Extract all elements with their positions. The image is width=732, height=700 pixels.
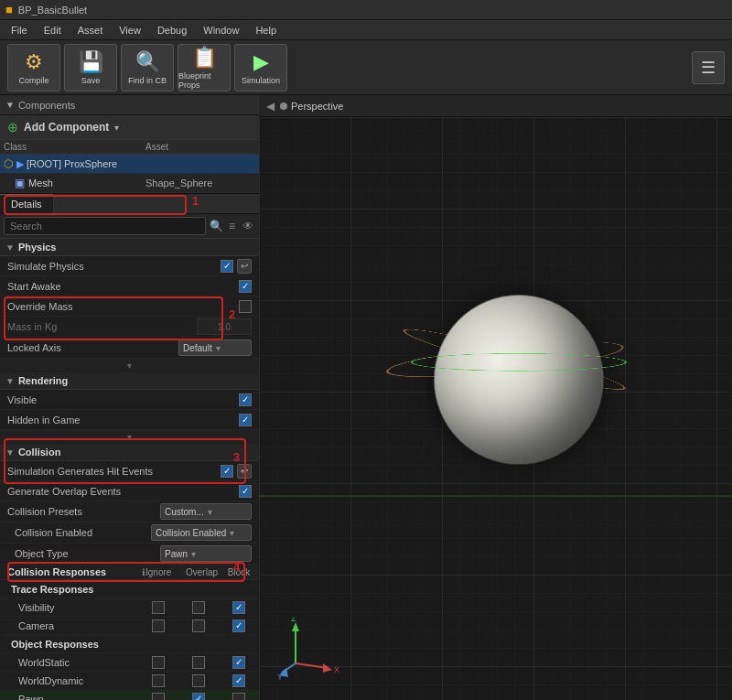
wd-ignore-cb[interactable] <box>145 674 171 687</box>
component-root-row[interactable]: ⬡ ▶ [ROOT] ProxSphere <box>0 155 259 174</box>
block-col-header: Block <box>226 567 252 577</box>
hidden-in-game-checkbox[interactable] <box>239 414 252 426</box>
ws-overlap-cb[interactable] <box>186 656 211 669</box>
object-type-row: Object Type Pawn ▾ <box>0 544 259 565</box>
view-options-button[interactable]: ≡ <box>227 218 237 234</box>
compile-icon: ⚙ <box>25 50 43 74</box>
simulation-button[interactable]: ▶ Simulation <box>234 44 287 92</box>
wd-block-cb[interactable] <box>226 674 252 687</box>
vis-block-cb[interactable] <box>226 601 252 614</box>
locked-axis-dropdown[interactable]: Default ▾ <box>178 339 252 356</box>
override-mass-checkbox[interactable] <box>239 300 252 313</box>
object-type-arrow: ▾ <box>191 549 196 559</box>
filter-button[interactable]: 👁 <box>241 218 255 234</box>
sim-hit-events-checkbox[interactable] <box>221 465 233 478</box>
component-mesh-row[interactable]: ▣ Mesh Shape_Sphere <box>11 174 259 193</box>
pawn-ignore-cb[interactable] <box>145 693 171 701</box>
worldstatic-checkboxes <box>145 656 252 669</box>
viewport-back-arrow[interactable]: ◀ <box>266 100 274 113</box>
sim-hit-events-action[interactable]: ↩ <box>237 464 252 479</box>
object-type-dropdown[interactable]: Pawn ▾ <box>160 545 252 562</box>
vis-ignore-cb[interactable] <box>145 601 171 614</box>
menu-asset[interactable]: Asset <box>70 23 111 38</box>
collision-presets-dropdown[interactable]: Custom... ▾ <box>160 503 252 520</box>
camera-checkboxes <box>145 619 252 632</box>
menu-view[interactable]: View <box>112 23 148 38</box>
worldstatic-response-row: WorldStatic <box>0 653 259 672</box>
wd-block-checkbox[interactable] <box>232 674 245 687</box>
worldstatic-response-label: WorldStatic <box>15 657 145 668</box>
mass-kg-input[interactable] <box>197 318 252 335</box>
cam-overlap-cb[interactable] <box>186 619 211 632</box>
gen-overlap-events-value <box>239 485 252 498</box>
cam-overlap-checkbox[interactable] <box>192 619 205 632</box>
viewport-dot <box>280 102 287 110</box>
menu-file[interactable]: File <box>4 23 35 38</box>
save-icon: 💾 <box>79 50 103 74</box>
cam-block-checkbox[interactable] <box>232 619 245 632</box>
collision-presets-label: Collision Presets <box>7 506 160 517</box>
menu-help[interactable]: Help <box>248 23 284 38</box>
visible-checkbox[interactable] <box>239 393 252 406</box>
pawn-overlap-cb[interactable] <box>186 693 211 701</box>
ws-block-cb[interactable] <box>226 656 252 669</box>
search-input[interactable] <box>4 217 206 235</box>
svg-marker-4 <box>292 622 299 631</box>
component-table-header: Class Asset <box>0 140 259 155</box>
collision-enabled-dropdown[interactable]: Collision Enabled ▾ <box>151 524 252 541</box>
simulate-physics-value: ↩ <box>221 259 252 274</box>
menu-debug[interactable]: Debug <box>150 23 194 38</box>
override-mass-label: Override Mass <box>7 301 239 312</box>
vis-overlap-cb[interactable] <box>186 601 211 614</box>
menu-edit[interactable]: Edit <box>37 23 69 38</box>
menu-window[interactable]: Window <box>196 23 246 38</box>
compile-label: Compile <box>18 76 48 85</box>
vis-block-checkbox[interactable] <box>232 601 245 614</box>
pawn-block-cb[interactable] <box>226 693 252 701</box>
cam-ignore-cb[interactable] <box>145 619 171 632</box>
cam-block-cb[interactable] <box>226 619 252 632</box>
ws-block-checkbox[interactable] <box>232 656 245 669</box>
wd-ignore-checkbox[interactable] <box>152 674 165 687</box>
cam-ignore-checkbox[interactable] <box>152 619 165 632</box>
add-component-button[interactable]: ⊕ Add Component ▾ <box>0 115 259 140</box>
save-button[interactable]: 💾 Save <box>64 44 117 92</box>
find-in-cb-button[interactable]: 🔍 Find in CB <box>121 44 174 92</box>
asset-column-header: Asset <box>145 142 255 152</box>
ignore-col-header: Ignore <box>145 567 171 577</box>
start-awake-checkbox[interactable] <box>239 280 252 293</box>
wd-overlap-checkbox[interactable] <box>192 674 205 687</box>
gen-overlap-events-checkbox[interactable] <box>239 485 252 498</box>
svg-text:Z: Z <box>291 618 296 623</box>
locked-axis-label: Locked Axis <box>7 342 178 353</box>
simulate-physics-checkbox[interactable] <box>221 260 233 273</box>
ws-ignore-cb[interactable] <box>145 656 171 669</box>
rendering-section-header[interactable]: ▼ Rendering <box>0 372 259 390</box>
collision-section-title: Collision <box>18 447 60 458</box>
collision-section-header[interactable]: ▼ Collision <box>0 444 259 461</box>
toolbar-menu-button[interactable]: ☰ <box>692 51 725 84</box>
properties-panel[interactable]: ▼ Physics Simulate Physics ↩ Start Awake <box>0 239 259 700</box>
search-bar: 🔍 ≡ 👁 <box>0 214 259 239</box>
save-label: Save <box>81 76 101 85</box>
vis-overlap-checkbox[interactable] <box>192 601 205 614</box>
sim-hit-events-value: ↩ <box>221 464 252 479</box>
compile-button[interactable]: ⚙ Compile <box>7 44 60 92</box>
pawn-block-checkbox[interactable] <box>232 693 245 701</box>
worlddynamic-response-label: WorldDynamic <box>15 675 145 686</box>
ws-ignore-checkbox[interactable] <box>152 656 165 669</box>
simulate-physics-action[interactable]: ↩ <box>237 259 252 274</box>
visibility-response-row: Visibility <box>0 598 259 617</box>
wd-overlap-cb[interactable] <box>186 674 211 687</box>
physics-section-header[interactable]: ▼ Physics <box>0 239 259 256</box>
trace-responses-subheader: Trace Responses <box>0 580 259 598</box>
tab-details[interactable]: Details <box>0 194 54 213</box>
pawn-ignore-checkbox[interactable] <box>152 693 165 701</box>
vis-ignore-checkbox[interactable] <box>152 601 165 614</box>
blueprint-props-button[interactable]: 📋 Blueprint Props <box>178 44 231 92</box>
pawn-overlap-checkbox[interactable] <box>192 693 205 701</box>
main-content: ▼ Components ⊕ Add Component ▾ Class Ass… <box>0 95 732 700</box>
start-awake-row: Start Awake <box>0 276 259 296</box>
hidden-in-game-value <box>239 414 252 426</box>
ws-overlap-checkbox[interactable] <box>192 656 205 669</box>
